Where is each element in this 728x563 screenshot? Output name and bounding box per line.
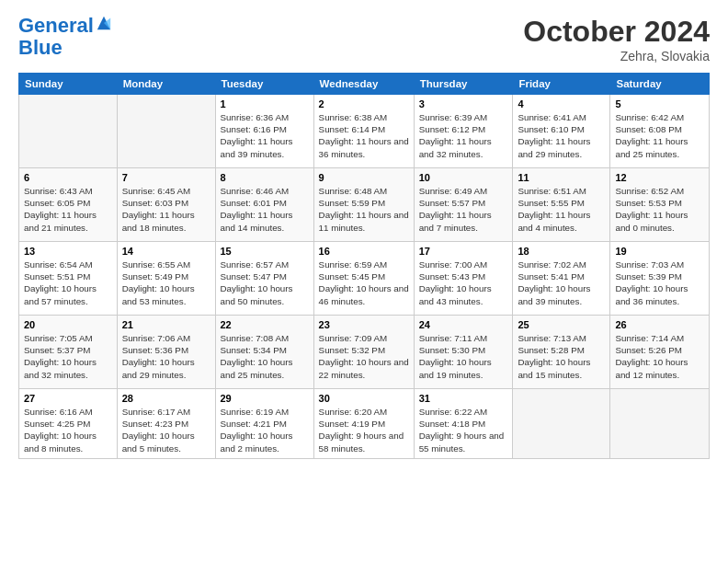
calendar-cell [19,95,118,168]
day-info: Sunrise: 6:42 AM Sunset: 6:08 PM Dayligh… [615,111,704,160]
day-number: 4 [518,98,605,109]
day-header-sunday: Sunday [19,74,118,95]
calendar-cell: 21Sunrise: 7:06 AM Sunset: 5:36 PM Dayli… [117,316,215,389]
day-info: Sunrise: 7:00 AM Sunset: 5:43 PM Dayligh… [419,259,508,307]
day-number: 19 [615,246,704,257]
day-header-tuesday: Tuesday [215,74,313,95]
calendar-cell: 10Sunrise: 6:49 AM Sunset: 5:57 PM Dayli… [414,168,513,242]
day-number: 22 [221,319,309,330]
day-info: Sunrise: 7:05 AM Sunset: 5:37 PM Dayligh… [24,332,112,381]
day-info: Sunrise: 6:39 AM Sunset: 6:12 PM Dayligh… [419,111,508,160]
day-info: Sunrise: 7:13 AM Sunset: 5:28 PM Dayligh… [518,332,605,381]
calendar-cell: 20Sunrise: 7:05 AM Sunset: 5:37 PM Dayli… [19,316,118,389]
calendar-cell: 29Sunrise: 6:19 AM Sunset: 4:21 PM Dayli… [215,389,313,459]
day-header-monday: Monday [117,74,215,95]
calendar-cell: 26Sunrise: 7:14 AM Sunset: 5:26 PM Dayli… [610,316,710,389]
day-number: 14 [122,246,210,257]
calendar-cell: 3Sunrise: 6:39 AM Sunset: 6:12 PM Daylig… [414,95,513,168]
calendar-cell: 28Sunrise: 6:17 AM Sunset: 4:23 PM Dayli… [117,389,215,459]
logo-text: General [18,15,94,37]
calendar-cell: 27Sunrise: 6:16 AM Sunset: 4:25 PM Dayli… [19,389,118,459]
calendar-cell: 4Sunrise: 6:41 AM Sunset: 6:10 PM Daylig… [513,95,610,168]
day-header-friday: Friday [513,74,610,95]
day-number: 3 [419,98,508,109]
calendar-header-row: SundayMondayTuesdayWednesdayThursdayFrid… [19,74,710,95]
day-info: Sunrise: 6:43 AM Sunset: 6:05 PM Dayligh… [24,185,112,234]
calendar-week-row: 27Sunrise: 6:16 AM Sunset: 4:25 PM Dayli… [19,389,710,459]
day-number: 5 [615,98,704,109]
calendar-cell [513,389,610,459]
calendar-cell: 31Sunrise: 6:22 AM Sunset: 4:18 PM Dayli… [414,389,513,459]
day-number: 15 [221,246,309,257]
day-info: Sunrise: 6:46 AM Sunset: 6:01 PM Dayligh… [221,185,309,234]
day-number: 13 [24,246,112,257]
day-number: 12 [615,172,704,183]
day-info: Sunrise: 7:14 AM Sunset: 5:26 PM Dayligh… [615,332,704,381]
day-number: 18 [518,246,605,257]
day-info: Sunrise: 6:20 AM Sunset: 4:19 PM Dayligh… [319,406,409,454]
calendar-cell: 16Sunrise: 6:59 AM Sunset: 5:45 PM Dayli… [313,242,414,316]
day-number: 16 [319,246,409,257]
day-number: 29 [221,393,309,404]
day-number: 6 [24,172,112,183]
day-number: 30 [319,393,409,404]
day-number: 8 [221,172,309,183]
calendar-cell: 12Sunrise: 6:52 AM Sunset: 5:53 PM Dayli… [610,168,710,242]
calendar-cell: 14Sunrise: 6:55 AM Sunset: 5:49 PM Dayli… [117,242,215,316]
day-info: Sunrise: 6:17 AM Sunset: 4:23 PM Dayligh… [122,406,210,454]
calendar-cell [117,95,215,168]
day-info: Sunrise: 7:09 AM Sunset: 5:32 PM Dayligh… [319,332,409,381]
day-number: 25 [518,319,605,330]
day-info: Sunrise: 6:16 AM Sunset: 4:25 PM Dayligh… [24,406,112,454]
logo: General Blue [18,15,112,59]
logo-text-blue: Blue [18,37,112,59]
day-header-wednesday: Wednesday [313,74,414,95]
day-info: Sunrise: 6:38 AM Sunset: 6:14 PM Dayligh… [319,111,409,160]
calendar-cell: 24Sunrise: 7:11 AM Sunset: 5:30 PM Dayli… [414,316,513,389]
day-info: Sunrise: 7:03 AM Sunset: 5:39 PM Dayligh… [615,259,704,307]
day-number: 10 [419,172,508,183]
day-info: Sunrise: 6:19 AM Sunset: 4:21 PM Dayligh… [221,406,309,454]
calendar-cell: 5Sunrise: 6:42 AM Sunset: 6:08 PM Daylig… [610,95,710,168]
day-info: Sunrise: 6:55 AM Sunset: 5:49 PM Dayligh… [122,259,210,307]
day-number: 11 [518,172,605,183]
day-number: 2 [319,98,409,109]
calendar-cell: 1Sunrise: 6:36 AM Sunset: 6:16 PM Daylig… [215,95,313,168]
day-header-saturday: Saturday [610,74,710,95]
day-number: 26 [615,319,704,330]
header: General Blue October 2024 Zehra, Slovaki… [18,15,710,63]
day-info: Sunrise: 6:41 AM Sunset: 6:10 PM Dayligh… [518,111,605,160]
calendar-cell [610,389,710,459]
calendar-cell: 22Sunrise: 7:08 AM Sunset: 5:34 PM Dayli… [215,316,313,389]
day-info: Sunrise: 7:06 AM Sunset: 5:36 PM Dayligh… [122,332,210,381]
calendar-cell: 15Sunrise: 6:57 AM Sunset: 5:47 PM Dayli… [215,242,313,316]
day-number: 27 [24,393,112,404]
day-info: Sunrise: 6:45 AM Sunset: 6:03 PM Dayligh… [122,185,210,234]
calendar: SundayMondayTuesdayWednesdayThursdayFrid… [18,73,710,459]
day-number: 1 [221,98,309,109]
day-number: 17 [419,246,508,257]
day-info: Sunrise: 6:52 AM Sunset: 5:53 PM Dayligh… [615,185,704,234]
day-number: 9 [319,172,409,183]
day-number: 21 [122,319,210,330]
calendar-week-row: 6Sunrise: 6:43 AM Sunset: 6:05 PM Daylig… [19,168,710,242]
calendar-cell: 18Sunrise: 7:02 AM Sunset: 5:41 PM Dayli… [513,242,610,316]
calendar-cell: 8Sunrise: 6:46 AM Sunset: 6:01 PM Daylig… [215,168,313,242]
day-info: Sunrise: 7:11 AM Sunset: 5:30 PM Dayligh… [419,332,508,381]
day-number: 31 [419,393,508,404]
calendar-cell: 6Sunrise: 6:43 AM Sunset: 6:05 PM Daylig… [19,168,118,242]
calendar-week-row: 13Sunrise: 6:54 AM Sunset: 5:51 PM Dayli… [19,242,710,316]
day-info: Sunrise: 7:02 AM Sunset: 5:41 PM Dayligh… [518,259,605,307]
day-header-thursday: Thursday [414,74,513,95]
day-info: Sunrise: 6:51 AM Sunset: 5:55 PM Dayligh… [518,185,605,234]
day-number: 7 [122,172,210,183]
location: Zehra, Slovakia [523,49,710,63]
day-number: 20 [24,319,112,330]
day-info: Sunrise: 6:59 AM Sunset: 5:45 PM Dayligh… [319,259,409,307]
day-info: Sunrise: 6:22 AM Sunset: 4:18 PM Dayligh… [419,406,508,454]
calendar-cell: 9Sunrise: 6:48 AM Sunset: 5:59 PM Daylig… [313,168,414,242]
calendar-cell: 13Sunrise: 6:54 AM Sunset: 5:51 PM Dayli… [19,242,118,316]
calendar-cell: 7Sunrise: 6:45 AM Sunset: 6:03 PM Daylig… [117,168,215,242]
calendar-cell: 17Sunrise: 7:00 AM Sunset: 5:43 PM Dayli… [414,242,513,316]
day-info: Sunrise: 6:36 AM Sunset: 6:16 PM Dayligh… [221,111,309,160]
